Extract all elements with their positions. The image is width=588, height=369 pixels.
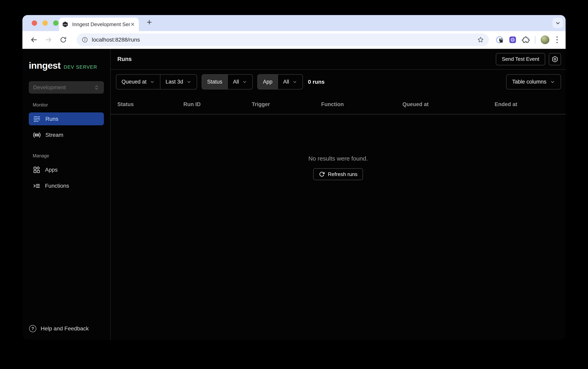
runs-count: 0 runs — [308, 79, 325, 85]
inngest-logo: inngest — [29, 60, 61, 71]
bookmark-star-icon[interactable] — [477, 36, 484, 43]
apps-grid-icon — [33, 166, 41, 174]
tab-search-chevron-button[interactable] — [553, 18, 563, 28]
logo-row: inngest DEV SERVER — [22, 60, 110, 71]
section-label-monitor: Monitor — [22, 102, 110, 108]
chevron-down-icon — [292, 79, 297, 85]
tab-strip: Inngest Development Server + — [22, 15, 566, 31]
status-filter-group: Status All — [202, 74, 253, 90]
back-icon[interactable] — [28, 34, 40, 45]
password-manager-extension-icon[interactable] — [496, 36, 504, 44]
runs-list-icon — [33, 115, 41, 123]
tab-title: Inngest Development Server — [72, 21, 130, 28]
sidebar-item-label: Apps — [45, 167, 58, 173]
browser-toolbar: localhost:8288/runs — [22, 31, 566, 49]
main-header: Runs Send Test Event — [111, 49, 566, 70]
inngest-favicon-icon — [62, 21, 69, 28]
section-label-manage: Manage — [22, 153, 110, 159]
browser-tab[interactable]: Inngest Development Server — [59, 18, 139, 31]
time-range-value: Last 3d — [166, 79, 183, 85]
profile-avatar[interactable] — [541, 35, 549, 44]
help-label: Help and Feedback — [41, 325, 89, 332]
browser-window: Inngest Development Server + localhost:8… — [22, 15, 566, 340]
column-header-trigger: Trigger — [252, 101, 321, 108]
url-text[interactable]: localhost:8288/runs — [92, 37, 473, 43]
column-header-status: Status — [117, 101, 183, 108]
header-actions: Send Test Event — [496, 53, 561, 65]
sidebar-item-stream[interactable]: Stream — [29, 129, 104, 141]
sidebar-item-label: Runs — [45, 116, 58, 122]
empty-state: No results were found. Refresh runs — [111, 114, 566, 340]
app-filter-label: App — [258, 75, 278, 89]
chevron-down-icon — [242, 79, 247, 85]
table-columns-button[interactable]: Table columns — [506, 74, 561, 90]
column-header-ended-at: Ended at — [495, 101, 566, 108]
help-circle-icon: ? — [29, 325, 36, 332]
environment-select-value: Development — [33, 84, 66, 91]
time-range-dropdown[interactable]: Last 3d — [160, 75, 197, 89]
site-info-icon[interactable] — [82, 36, 88, 43]
filter-bar: Queued at Last 3d Status All — [111, 70, 566, 95]
stream-broadcast-icon — [33, 131, 41, 139]
refresh-runs-button[interactable]: Refresh runs — [313, 168, 363, 180]
environment-select[interactable]: Development — [29, 81, 104, 94]
chevron-down-icon — [550, 79, 555, 85]
toolbar-divider — [535, 36, 536, 44]
status-filter-value: All — [233, 79, 239, 85]
new-tab-button[interactable]: + — [144, 17, 155, 28]
empty-state-message: No results were found. — [308, 155, 368, 162]
refresh-runs-label: Refresh runs — [328, 171, 357, 177]
column-header-run-id: Run ID — [183, 101, 252, 108]
dev-server-badge: DEV SERVER — [64, 64, 97, 70]
extensions-puzzle-icon[interactable] — [522, 36, 530, 44]
status-filter-dropdown[interactable]: All — [227, 75, 252, 89]
minimize-window-button[interactable] — [42, 20, 48, 26]
maximize-window-button[interactable] — [53, 20, 59, 26]
table-header-row: Status Run ID Trigger Function Queued at… — [111, 95, 566, 114]
sidebar-item-runs[interactable]: Runs — [29, 112, 104, 125]
address-bar[interactable]: localhost:8288/runs — [77, 33, 489, 46]
help-and-feedback[interactable]: ? Help and Feedback — [22, 325, 110, 332]
main-panel: Runs Send Test Event Queued at — [111, 49, 566, 340]
sidebar-item-label: Stream — [45, 132, 63, 138]
page-title: Runs — [117, 56, 132, 62]
chevron-down-icon — [150, 79, 155, 85]
time-filter-group: Queued at Last 3d — [116, 74, 197, 90]
sidebar-item-functions[interactable]: Functions — [29, 179, 104, 192]
chevron-down-icon — [186, 79, 191, 85]
traffic-lights — [32, 20, 59, 26]
browser-menu-icon[interactable] — [555, 36, 560, 44]
app-filter-dropdown[interactable]: All — [278, 75, 303, 89]
tab-close-icon[interactable] — [130, 22, 135, 27]
settings-button[interactable] — [549, 53, 561, 65]
sidebar: inngest DEV SERVER Development Monitor R… — [22, 49, 111, 340]
app-filter-value: All — [283, 79, 289, 85]
app-content: inngest DEV SERVER Development Monitor R… — [22, 49, 566, 340]
reload-icon[interactable] — [58, 34, 69, 45]
send-test-event-button[interactable]: Send Test Event — [496, 53, 545, 65]
table-columns-label: Table columns — [512, 79, 546, 85]
time-field-value: Queued at — [122, 79, 147, 85]
toolbar-extensions — [496, 35, 560, 44]
gear-icon — [551, 56, 558, 63]
sidebar-item-label: Functions — [45, 183, 69, 189]
sidebar-item-apps[interactable]: Apps — [29, 163, 104, 176]
forward-icon[interactable] — [43, 34, 54, 45]
refresh-icon — [319, 171, 325, 177]
column-header-queued-at: Queued at — [402, 101, 495, 108]
close-window-button[interactable] — [32, 20, 37, 26]
purple-extension-icon[interactable] — [509, 36, 517, 44]
app-filter-group: App All — [257, 74, 303, 90]
column-header-function: Function — [321, 101, 402, 108]
functions-list-icon — [33, 182, 41, 190]
status-filter-label: Status — [202, 75, 228, 89]
updown-chevron-icon — [94, 85, 100, 90]
time-field-dropdown[interactable]: Queued at — [116, 75, 160, 89]
